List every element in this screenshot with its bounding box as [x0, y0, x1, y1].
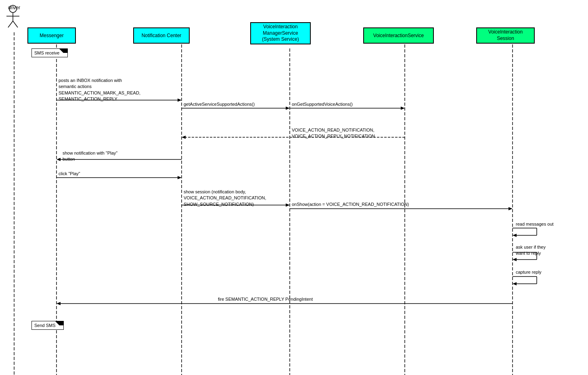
svg-point-36 [9, 5, 17, 13]
msg-get-active: getActiveServiceSupportedActions() [184, 102, 255, 107]
messenger-label: Messenger [40, 33, 63, 38]
msg-ask-user: ask user if theywant to reply [516, 244, 546, 257]
msg-onshow: onShow(action = VOICE_ACTION_READ_NOTIFI… [292, 202, 409, 207]
msg-show-notification: show notification with "Play"button [63, 150, 117, 163]
svg-line-39 [8, 21, 13, 27]
note-send-text: Send SMS [34, 323, 56, 328]
actor-voicemanager: VoiceInteraction ManagerService (System … [250, 22, 311, 44]
msg-voice-actions-return: VOICE_ACTION_READ_NOTIFICATION,VOICE_ACT… [292, 127, 375, 140]
voiceservice-label: VoiceInteractionService [373, 33, 424, 38]
note-send-sms: Send SMS [31, 321, 64, 330]
msg-click-play: click "Play" [59, 171, 80, 176]
note-sms-received: SMS received [31, 48, 68, 57]
voicemanager-label: VoiceInteraction ManagerService (System … [262, 24, 299, 43]
actor-driver: driver [5, 4, 23, 10]
msg-capture-reply: capture reply [516, 270, 542, 274]
svg-line-40 [13, 21, 18, 27]
actor-notification: Notification Center [133, 27, 190, 44]
msg-posts-inbox: posts an INBOX notification withsemantic… [59, 78, 140, 103]
msg-read-messages: read messages out [516, 221, 554, 227]
msg-show-session: show session (notification body,VOICE_AC… [184, 189, 266, 207]
actor-messenger: Messenger [27, 27, 76, 44]
actor-voiceservice: VoiceInteractionService [363, 27, 434, 44]
notification-label: Notification Center [142, 33, 182, 38]
note-sms-text: SMS received [34, 50, 62, 55]
sequence-diagram: driver Messenger Notification Center Voi… [0, 0, 588, 375]
msg-on-get-supported: onGetSupportedVoiceActions() [292, 102, 353, 107]
voicesession-label: VoiceInteraction Session [488, 29, 523, 42]
actor-voicesession: VoiceInteraction Session [476, 27, 535, 44]
msg-fire-intent: fire SEMANTIC_ACTION_REPLY PendingIntent [218, 297, 313, 302]
